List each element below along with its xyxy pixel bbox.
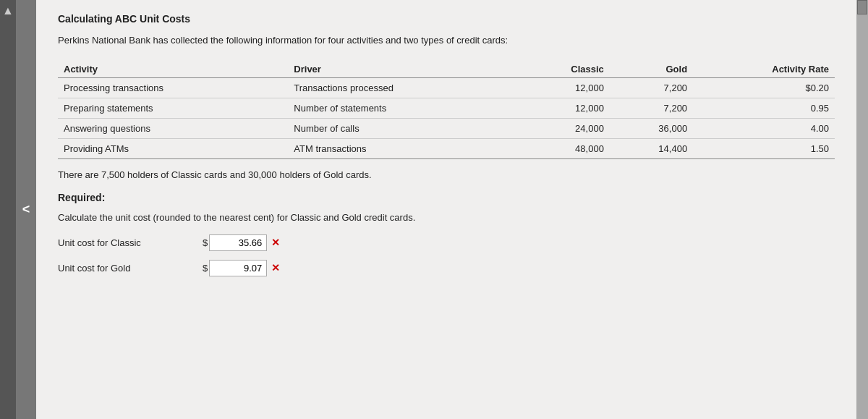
classic-x-mark: ✕	[271, 237, 280, 248]
gold-input-row: Unit cost for Gold $ ✕	[58, 260, 835, 276]
cell-rate: 0.95	[693, 98, 835, 118]
cell-driver: Transactions processed	[288, 77, 517, 98]
calculate-text: Calculate the unit cost (rounded to the …	[58, 212, 835, 223]
classic-input-label: Unit cost for Classic	[58, 237, 203, 248]
required-label: Required:	[58, 192, 835, 203]
cell-activity: Preparing statements	[58, 98, 288, 118]
table-body: Processing transactions Transactions pro…	[58, 77, 835, 158]
left-sidebar: ▲	[0, 0, 16, 419]
main-panel: Calculating ABC Unit Costs Perkins Natio…	[36, 0, 856, 419]
table-row: Preparing statements Number of statement…	[58, 98, 835, 118]
col-header-classic: Classic	[518, 61, 610, 78]
right-scrollbar[interactable]	[856, 0, 868, 419]
col-header-gold: Gold	[610, 61, 693, 78]
cell-gold: 7,200	[610, 77, 693, 98]
cell-classic: 24,000	[518, 118, 610, 138]
intro-text: Perkins National Bank has collected the …	[58, 33, 835, 48]
cell-gold: 36,000	[610, 118, 693, 138]
table-row: Providing ATMs ATM transactions 48,000 1…	[58, 138, 835, 158]
table-row: Processing transactions Transactions pro…	[58, 77, 835, 98]
cell-classic: 48,000	[518, 138, 610, 158]
cell-rate: 4.00	[693, 118, 835, 138]
cell-gold: 7,200	[610, 98, 693, 118]
table-header-row: Activity Driver Classic Gold Activity Ra…	[58, 61, 835, 78]
col-header-activity: Activity	[58, 61, 288, 78]
table-row: Answering questions Number of calls 24,0…	[58, 118, 835, 138]
cell-activity: Answering questions	[58, 118, 288, 138]
cell-gold: 14,400	[610, 138, 693, 158]
col-header-driver: Driver	[288, 61, 517, 78]
classic-value-input[interactable]	[209, 234, 267, 251]
cell-driver: Number of statements	[288, 98, 517, 118]
cell-rate: 1.50	[693, 138, 835, 158]
gold-value-input[interactable]	[209, 260, 267, 276]
holders-text: There are 7,500 holders of Classic cards…	[58, 169, 835, 180]
classic-input-row: Unit cost for Classic $ ✕	[58, 234, 835, 251]
cell-activity: Providing ATMs	[58, 138, 288, 158]
page-title: Calculating ABC Unit Costs	[58, 13, 835, 25]
col-header-activity-rate: Activity Rate	[693, 61, 835, 78]
classic-dollar-sign: $	[203, 237, 208, 248]
cell-driver: ATM transactions	[288, 138, 517, 158]
activity-table: Activity Driver Classic Gold Activity Ra…	[58, 61, 835, 159]
cell-classic: 12,000	[518, 77, 610, 98]
gold-dollar-sign: $	[203, 263, 208, 274]
gold-input-label: Unit cost for Gold	[58, 263, 203, 274]
collapse-panel-button[interactable]: <	[16, 0, 36, 419]
cell-classic: 12,000	[518, 98, 610, 118]
scroll-up-icon[interactable]: ▲	[2, 4, 14, 17]
cell-driver: Number of calls	[288, 118, 517, 138]
cell-activity: Processing transactions	[58, 77, 288, 98]
activity-table-container: Activity Driver Classic Gold Activity Ra…	[58, 61, 835, 159]
scrollbar-thumb[interactable]	[857, 0, 867, 14]
gold-x-mark: ✕	[271, 262, 280, 274]
cell-rate: $0.20	[693, 77, 835, 98]
